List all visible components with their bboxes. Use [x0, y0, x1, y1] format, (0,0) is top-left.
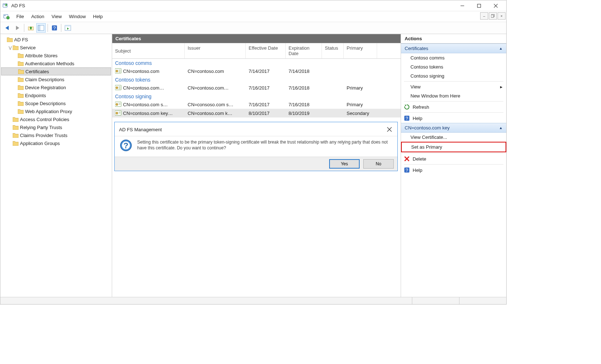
col-effective[interactable]: Effective Date [246, 43, 286, 58]
certificate-icon [115, 102, 122, 107]
svg-text:?: ? [406, 116, 408, 121]
dialog-yes-button[interactable]: Yes [329, 159, 360, 169]
action-set-as-primary[interactable]: Set as Primary [401, 142, 506, 152]
cert-row[interactable]: CN=contoso.com CN=contoso.com 7/14/2017 … [112, 67, 401, 75]
dialog-title: AD FS Management [119, 127, 385, 132]
tree-label: Application Groups [20, 141, 60, 146]
action-view[interactable]: View▸ [401, 82, 506, 91]
action-refresh[interactable]: Refresh [401, 102, 506, 112]
tree-relying-party-trusts[interactable]: Relying Party Trusts [1, 123, 111, 131]
menu-window[interactable]: Window [65, 12, 89, 21]
actions-pane: Actions Certificates▲ Contoso comms Cont… [401, 34, 506, 297]
action-contoso-comms[interactable]: Contoso comms [401, 53, 506, 62]
svg-point-30 [116, 103, 118, 106]
svg-point-20 [116, 70, 118, 72]
svg-text:?: ? [123, 141, 128, 150]
svg-point-34 [116, 112, 118, 114]
tree-access-control-policies[interactable]: Access Control Policies [1, 115, 111, 123]
col-primary[interactable]: Primary [344, 43, 377, 58]
mdi-window-controls: – × [480, 12, 506, 20]
actions-section-certificates[interactable]: Certificates▲ [401, 44, 506, 53]
tree-label: Claim Descriptions [25, 77, 64, 82]
action-delete[interactable]: Delete [401, 154, 506, 164]
action-help-2[interactable]: ?Help [401, 165, 506, 175]
group-comms[interactable]: Contoso comms [112, 59, 401, 67]
tree-web-application-proxy[interactable]: Web Application Proxy [1, 107, 111, 115]
chevron-down-icon[interactable]: ⋁ [8, 46, 13, 50]
svg-text:?: ? [406, 168, 408, 173]
col-expiration[interactable]: Expiration Date [286, 43, 322, 58]
toolbar: ? [0, 22, 506, 34]
tree-label: Attribute Stores [25, 53, 58, 58]
menu-file[interactable]: File [13, 12, 28, 21]
up-folder-button[interactable] [26, 23, 36, 33]
certificate-icon [115, 85, 122, 91]
menu-help[interactable]: Help [89, 12, 106, 21]
svg-marker-42 [405, 105, 406, 106]
tree-root-adfs[interactable]: AD FS [1, 36, 111, 44]
tree-label: Claims Provider Trusts [20, 133, 68, 138]
cert-row[interactable]: CN=contoso.com… CN=contoso.com… 7/16/201… [112, 83, 401, 92]
dialog-no-button[interactable]: No [363, 159, 394, 169]
svg-point-8 [7, 16, 9, 19]
mdi-minimize[interactable]: – [480, 12, 488, 20]
cert-row[interactable]: CN=contoso.com s… CN=consoso.com s… 7/16… [112, 100, 401, 109]
tree-claim-descriptions[interactable]: Claim Descriptions [1, 75, 111, 83]
action-view-certificate[interactable]: View Certificate... [401, 133, 506, 142]
navigation-tree[interactable]: AD FS ⋁ Service Attribute Stores Authent… [0, 34, 112, 297]
tree-authentication-methods[interactable]: Authentication Methods [1, 59, 111, 67]
menu-bar: File Action View Window Help – × [0, 11, 506, 22]
menu-view[interactable]: View [48, 12, 65, 21]
minimize-button[interactable] [454, 0, 471, 11]
cert-row-selected[interactable]: CN=contoso.com key… CN=contoso.com k… 8/… [112, 109, 401, 117]
dialog-close-button[interactable] [385, 125, 394, 134]
details-header: Certificates [112, 34, 401, 43]
nav-back-button[interactable] [3, 23, 12, 33]
tree-attribute-stores[interactable]: Attribute Stores [1, 51, 111, 59]
actions-section-selected-cert[interactable]: CN=contoso.com key▲ [401, 123, 506, 133]
action-new-window[interactable]: New Window from Here [401, 91, 506, 100]
help-icon: ? [404, 115, 410, 121]
tree-scope-descriptions[interactable]: Scope Descriptions [1, 99, 111, 107]
svg-rect-17 [65, 25, 71, 26]
menu-action[interactable]: Action [28, 12, 48, 21]
nav-forward-button[interactable] [13, 23, 22, 33]
tree-label: Access Control Policies [20, 117, 69, 122]
status-bar [0, 297, 506, 304]
col-issuer[interactable]: Issuer [185, 43, 246, 58]
group-signing[interactable]: Contoso signing [112, 92, 401, 100]
group-tokens[interactable]: Contoso tokens [112, 75, 401, 83]
delete-icon [404, 156, 410, 162]
tree-claims-provider-trusts[interactable]: Claims Provider Trusts [1, 131, 111, 139]
mdi-restore[interactable] [489, 12, 497, 20]
tree-label: Relying Party Trusts [20, 125, 62, 130]
svg-rect-3 [478, 4, 481, 7]
show-hide-tree-button[interactable] [36, 23, 46, 33]
help-button[interactable]: ? [50, 23, 59, 33]
tree-device-registration[interactable]: Device Registration [1, 83, 111, 91]
tree-service[interactable]: ⋁ Service [1, 44, 111, 51]
tree-endpoints[interactable]: Endpoints [1, 91, 111, 99]
mdi-close[interactable]: × [498, 12, 506, 20]
certificate-icon [115, 68, 122, 74]
tree-application-groups[interactable]: Application Groups [1, 139, 111, 147]
collapse-icon: ▲ [499, 126, 503, 130]
action-contoso-signing[interactable]: Contoso signing [401, 71, 506, 80]
close-button[interactable] [487, 0, 504, 11]
adfs-menu-icon [3, 13, 10, 20]
svg-rect-10 [491, 15, 494, 17]
maximize-button[interactable] [471, 0, 487, 11]
action-contoso-tokens[interactable]: Contoso tokens [401, 62, 506, 71]
tree-label: Certificates [25, 69, 49, 74]
question-icon: ? [120, 139, 132, 152]
col-subject[interactable]: Subject [112, 43, 185, 58]
action-help[interactable]: ?Help [401, 113, 506, 123]
properties-button[interactable] [63, 23, 73, 33]
col-status[interactable]: Status [322, 43, 344, 58]
svg-rect-13 [38, 25, 40, 30]
refresh-icon [404, 104, 410, 110]
certificates-list: Contoso comms CN=contoso.com CN=contoso.… [112, 59, 401, 117]
tree-certificates[interactable]: Certificates [1, 67, 111, 75]
column-header-row: Subject Issuer Effective Date Expiration… [112, 43, 401, 59]
title-bar: AD FS [0, 0, 506, 11]
